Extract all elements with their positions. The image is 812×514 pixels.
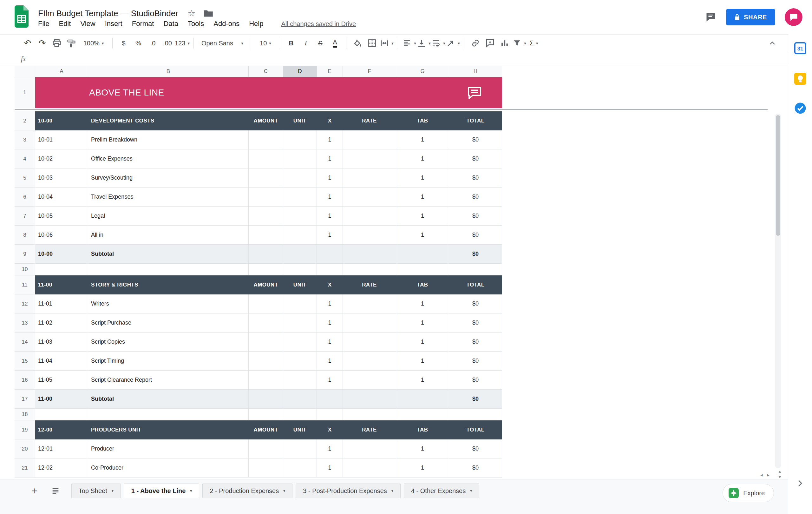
- cell-E6[interactable]: 1: [317, 188, 343, 206]
- col-header-A[interactable]: A: [35, 66, 88, 77]
- cell-D11[interactable]: UNIT: [283, 276, 317, 294]
- menu-tools[interactable]: Tools: [188, 20, 204, 28]
- banner-row[interactable]: ABOVE THE LINE: [35, 77, 502, 108]
- row-header-15[interactable]: 15: [14, 351, 35, 371]
- cell-E7[interactable]: 1: [317, 206, 343, 226]
- cell-B15[interactable]: Script Timing: [88, 351, 249, 371]
- row-header-9[interactable]: 9: [14, 245, 35, 264]
- scroll-left-icon[interactable]: ◂: [760, 472, 763, 478]
- cell-B20[interactable]: Producer: [88, 439, 249, 458]
- cell-G12[interactable]: 1: [396, 294, 449, 313]
- cell-E18[interactable]: [317, 409, 343, 420]
- cell-F3[interactable]: [343, 131, 396, 149]
- cell-C21[interactable]: [249, 458, 283, 478]
- cell-H14[interactable]: $0: [449, 333, 502, 351]
- cell-F10[interactable]: [343, 264, 396, 276]
- cell-D3[interactable]: [283, 131, 317, 149]
- text-wrap-button[interactable]: ▾: [431, 36, 446, 51]
- cell-C6[interactable]: [249, 188, 283, 206]
- cell-A15[interactable]: 11-04: [35, 351, 88, 371]
- cell-D2[interactable]: UNIT: [283, 111, 317, 131]
- vertical-align-button[interactable]: ▾: [416, 36, 431, 51]
- cell-C15[interactable]: [249, 351, 283, 371]
- row-header-11[interactable]: 11: [14, 276, 35, 294]
- cell-B8[interactable]: All in: [88, 226, 249, 245]
- scroll-down-icon[interactable]: ▾: [779, 475, 781, 479]
- cell-B17[interactable]: Subtotal: [88, 390, 249, 409]
- borders-button[interactable]: [365, 36, 379, 51]
- row-header-21[interactable]: 21: [14, 458, 35, 478]
- cell-B19[interactable]: PRODUCERS UNIT: [88, 420, 249, 439]
- cell-G9[interactable]: [396, 245, 449, 264]
- format-percent-button[interactable]: %: [131, 36, 146, 51]
- menu-format[interactable]: Format: [132, 20, 154, 28]
- cell-B14[interactable]: Script Copies: [88, 333, 249, 351]
- cell-A12[interactable]: 11-01: [35, 294, 88, 313]
- row-header-5[interactable]: 5: [14, 169, 35, 188]
- cell-F17[interactable]: [343, 390, 396, 409]
- cell-A13[interactable]: 11-02: [35, 313, 88, 333]
- menu-file[interactable]: File: [38, 20, 49, 28]
- cell-D4[interactable]: [283, 149, 317, 169]
- cell-C10[interactable]: [249, 264, 283, 276]
- print-button[interactable]: [50, 36, 64, 51]
- cell-C16[interactable]: [249, 371, 283, 390]
- cell-G4[interactable]: 1: [396, 149, 449, 169]
- cell-E16[interactable]: 1: [317, 371, 343, 390]
- cell-D6[interactable]: [283, 188, 317, 206]
- sheet-tab-4[interactable]: 3 - Post-Production Expenses▾: [296, 484, 401, 498]
- cell-D18[interactable]: [283, 409, 317, 420]
- cell-D5[interactable]: [283, 169, 317, 188]
- insert-comment-button[interactable]: [483, 36, 497, 51]
- cell-D13[interactable]: [283, 313, 317, 333]
- sheet-tab-3[interactable]: 2 - Production Expenses▾: [202, 484, 292, 498]
- cell-A11[interactable]: 11-00: [35, 276, 88, 294]
- tasks-icon[interactable]: [794, 102, 806, 114]
- cell-H2[interactable]: TOTAL: [449, 111, 502, 131]
- all-sheets-button[interactable]: [51, 486, 60, 495]
- row-header-12[interactable]: 12: [14, 294, 35, 313]
- cell-B7[interactable]: Legal: [88, 206, 249, 226]
- cell-H3[interactable]: $0: [449, 131, 502, 149]
- cell-C18[interactable]: [249, 409, 283, 420]
- menu-insert[interactable]: Insert: [105, 20, 122, 28]
- cell-H10[interactable]: [449, 264, 502, 276]
- cell-F12[interactable]: [343, 294, 396, 313]
- cell-E5[interactable]: 1: [317, 169, 343, 188]
- cell-A4[interactable]: 10-02: [35, 149, 88, 169]
- row-header-7[interactable]: 7: [14, 206, 35, 226]
- col-header-G[interactable]: G: [396, 66, 449, 77]
- functions-button[interactable]: Σ ▾: [526, 36, 541, 51]
- format-currency-button[interactable]: $: [116, 36, 131, 51]
- save-status[interactable]: All changes saved in Drive: [281, 20, 356, 28]
- cell-B11[interactable]: STORY & RIGHTS: [88, 276, 249, 294]
- cell-C13[interactable]: [249, 313, 283, 333]
- cell-C8[interactable]: [249, 226, 283, 245]
- chevron-down-icon[interactable]: ▾: [190, 489, 192, 493]
- cell-C5[interactable]: [249, 169, 283, 188]
- scroll-right-icon[interactable]: ▸: [767, 472, 770, 478]
- menu-edit[interactable]: Edit: [59, 20, 71, 28]
- cell-G8[interactable]: 1: [396, 226, 449, 245]
- cell-A14[interactable]: 11-03: [35, 333, 88, 351]
- sheet-tab-5[interactable]: 4 - Other Expenses▾: [404, 484, 479, 498]
- cell-G19[interactable]: TAB: [396, 420, 449, 439]
- frozen-row-divider[interactable]: [14, 109, 767, 110]
- sheet-tab-1[interactable]: Top Sheet▾: [71, 484, 121, 498]
- row-header-2[interactable]: 2: [14, 111, 35, 131]
- collapse-toolbar-button[interactable]: [765, 36, 780, 51]
- document-title[interactable]: FIlm Budget Template — StudioBinder: [38, 8, 178, 19]
- cell-C17[interactable]: [249, 390, 283, 409]
- cell-A2[interactable]: 10-00: [35, 111, 88, 131]
- more-formats-button[interactable]: 123▾: [175, 36, 190, 51]
- cell-A20[interactable]: 12-01: [35, 439, 88, 458]
- cell-D17[interactable]: [283, 390, 317, 409]
- cell-E14[interactable]: 1: [317, 333, 343, 351]
- cell-A7[interactable]: 10-05: [35, 206, 88, 226]
- insert-chart-button[interactable]: [497, 36, 512, 51]
- cell-H6[interactable]: $0: [449, 188, 502, 206]
- cell-D14[interactable]: [283, 333, 317, 351]
- cell-G18[interactable]: [396, 409, 449, 420]
- cell-H13[interactable]: $0: [449, 313, 502, 333]
- cell-G21[interactable]: 1: [396, 458, 449, 478]
